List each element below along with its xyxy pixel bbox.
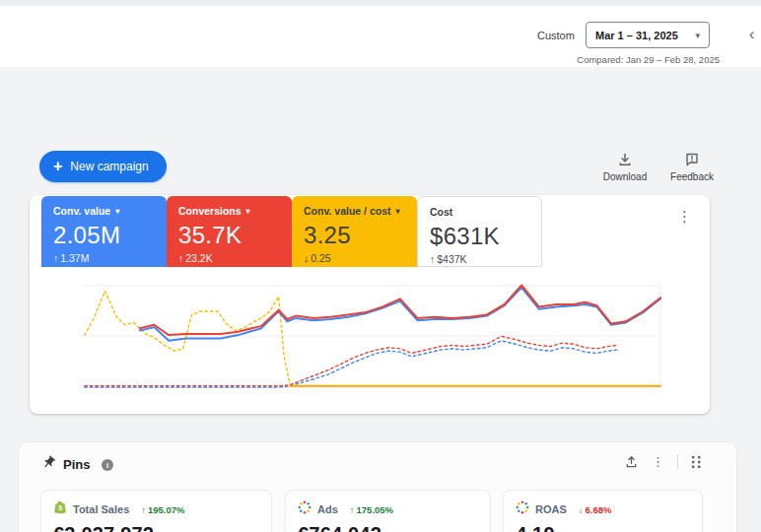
date-header: Custom Mar 1 – 31, 2025 ▾ ‹ Compared: Ja… <box>0 6 761 67</box>
scorecard-label: Conversions <box>178 205 242 217</box>
date-range-value: Mar 1 – 31, 2025 <box>595 30 678 41</box>
metric-scorecards: Conv. value▾ 2.05M ↑1.37M Conversions▾ 3… <box>41 196 542 267</box>
main-content: + New campaign Download Feedback Conv. v… <box>0 67 761 532</box>
feedback-label: Feedback <box>662 171 722 182</box>
collapse-panel-chevron-icon[interactable]: ‹ <box>749 26 754 43</box>
down-arrow-icon: ↓ <box>304 252 309 264</box>
pin-value: 4.19 <box>516 523 702 532</box>
scorecard-value: $631K <box>430 223 541 250</box>
up-arrow-icon: ↑ <box>178 252 183 264</box>
scorecard-label: Conv. value <box>53 205 110 217</box>
feedback-icon <box>662 152 722 167</box>
scorecard-delta: ↑23.2K <box>178 252 292 264</box>
pin-card-total-sales: S Total Sales ↑195.07% €3,037,972 <box>40 490 272 532</box>
pins-header: Pins i ⋮ <box>19 442 736 486</box>
pin-value: €3,037,972 <box>53 523 271 532</box>
pins-title: Pins <box>63 457 90 472</box>
pin-card-ads: Ads ↑175.05% €764,042 <box>285 490 491 532</box>
chevron-down-icon: ▾ <box>115 207 119 216</box>
pin-delta: ↑195.07% <box>141 504 184 515</box>
scorecard-conv-value-per-cost[interactable]: Conv. value / cost▾ 3.25 ↓0.25 <box>292 196 417 267</box>
compared-period-label: Compared: Jan 29 – Feb 28, 2025 <box>577 54 720 65</box>
feedback-button[interactable]: Feedback <box>662 152 722 182</box>
scorecard-value: 3.25 <box>304 222 417 249</box>
pin-label: Total Sales <box>73 503 129 515</box>
shopify-bag-icon: S <box>53 500 67 518</box>
new-campaign-button[interactable]: + New campaign <box>39 151 167 182</box>
share-upload-icon[interactable] <box>624 454 639 469</box>
pin-label: ROAS <box>535 503 567 515</box>
down-arrow-icon: ↓ <box>579 504 584 515</box>
performance-chart-card: Conv. value▾ 2.05M ↑1.37M Conversions▾ 3… <box>30 195 710 414</box>
scorecard-label: Cost <box>430 206 452 218</box>
pin-value: €764,042 <box>298 523 490 532</box>
new-campaign-label: New campaign <box>70 160 148 173</box>
chevron-down-icon: ▾ <box>695 31 700 40</box>
date-mode-label: Custom <box>537 30 575 41</box>
scorecard-value: 2.05M <box>53 222 167 249</box>
info-icon[interactable]: i <box>102 459 113 471</box>
scorecard-delta: ↓0.25 <box>304 252 417 264</box>
download-button[interactable]: Download <box>595 152 655 182</box>
scorecard-delta: ↑$437K <box>430 253 541 265</box>
scorecard-delta: ↑1.37M <box>53 252 167 264</box>
up-arrow-icon: ↑ <box>350 504 355 515</box>
date-range-selector[interactable]: Mar 1 – 31, 2025 ▾ <box>586 22 710 48</box>
scorecard-cost[interactable]: Cost $631K ↑$437K <box>417 196 542 267</box>
divider <box>677 454 678 469</box>
download-label: Download <box>595 171 655 182</box>
download-icon <box>595 152 655 167</box>
pushpin-icon <box>41 455 56 474</box>
scorecard-value: 35.7K <box>178 222 292 249</box>
up-arrow-icon: ↑ <box>141 504 146 515</box>
drag-grid-icon[interactable] <box>691 455 703 469</box>
pin-label: Ads <box>317 503 338 515</box>
scorecard-conv-value[interactable]: Conv. value▾ 2.05M ↑1.37M <box>41 196 167 267</box>
pin-card-roas: ROAS ↓6.68% 4.19 <box>503 490 703 532</box>
dotted-circle-icon <box>516 500 529 518</box>
chart-card-menu-kebab-icon[interactable]: ⋮ <box>677 209 692 225</box>
dotted-circle-icon <box>298 500 311 518</box>
svg-text:S: S <box>58 504 63 511</box>
pins-menu-kebab-icon[interactable]: ⋮ <box>652 455 664 468</box>
chevron-down-icon: ▾ <box>396 207 400 216</box>
pins-panel: Pins i ⋮ <box>18 441 737 532</box>
pin-delta: ↓6.68% <box>579 504 612 515</box>
scorecard-label: Conv. value / cost <box>304 205 391 217</box>
chevron-down-icon: ▾ <box>246 207 250 216</box>
up-arrow-icon: ↑ <box>430 253 435 265</box>
pin-delta: ↑175.05% <box>350 504 393 515</box>
plus-icon: + <box>53 159 62 174</box>
scorecard-conversions[interactable]: Conversions▾ 35.7K ↑23.2K <box>167 196 292 267</box>
up-arrow-icon: ↑ <box>53 252 58 264</box>
